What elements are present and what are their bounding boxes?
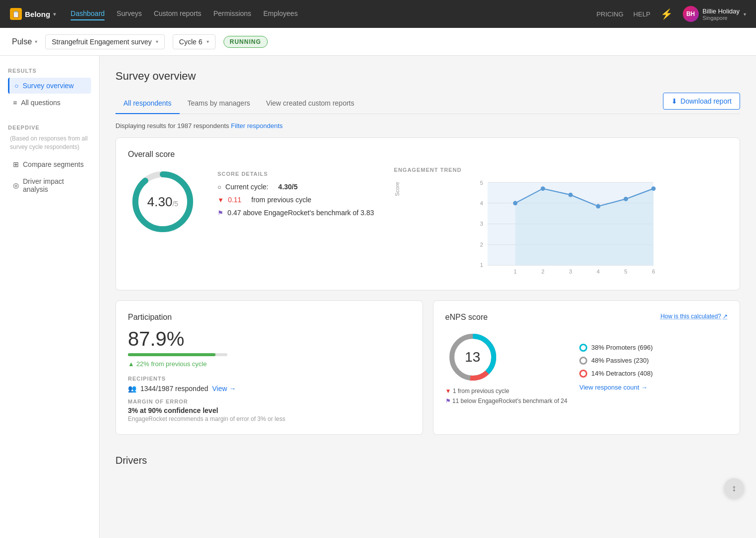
overall-score-card: Overall score 4.30/5 SCORE DETAILS (115, 137, 740, 290)
nav-dashboard[interactable]: Dashboard (71, 7, 105, 20)
change-suffix: from previous cycle (251, 196, 312, 204)
tab-custom-reports[interactable]: View created custom reports (258, 93, 362, 114)
trend-label: ENGAGEMENT TREND (394, 167, 728, 173)
sidebar-item-survey-overview[interactable]: ○ Survey overview (8, 78, 91, 94)
view-response-link[interactable]: View response count → (579, 384, 653, 391)
filter-line: Displaying results for 1987 respondents … (115, 122, 740, 130)
status-badge: RUNNING (223, 36, 268, 48)
svg-point-20 (513, 201, 517, 205)
deepdive-note: (Based on responses from all survey cycl… (8, 134, 91, 151)
scroll-button[interactable]: ↕ (724, 478, 744, 498)
passive-dot (579, 357, 587, 365)
y-axis: Score (394, 177, 400, 278)
sidebar-item-compare-segments[interactable]: ⊞ Compare segments (8, 156, 91, 172)
svg-text:2: 2 (480, 242, 483, 248)
enps-card: eNPS score How is this calculated? ↗ (433, 300, 741, 435)
main-navigation: Dashboard Surveys Custom reports Permiss… (71, 7, 582, 20)
nav-surveys[interactable]: Surveys (116, 7, 142, 20)
external-link-icon: ↗ (723, 313, 728, 320)
tab-teams-by-managers[interactable]: Teams by managers (180, 93, 258, 114)
margin-label: MARGIN OF ERROR (128, 399, 411, 404)
enps-legend: 38% Promoters (696) 48% Passives (230) 1… (579, 344, 653, 378)
enps-down-icon: ▼ (445, 388, 453, 395)
enps-change: ▼ 1 from previous cycle (445, 388, 567, 395)
svg-text:4: 4 (480, 200, 483, 206)
change-val: 0.11 (228, 196, 241, 204)
up-arrow-icon: ▲ (128, 360, 134, 368)
enps-calc-link[interactable]: How is this calculated? ↗ (660, 313, 728, 320)
sidebar: RESULTS ○ Survey overview ≡ All question… (0, 56, 100, 538)
app-logo[interactable]: 📋 Belong ▾ (10, 8, 56, 20)
survey-chevron: ▾ (156, 39, 158, 44)
score-denom: /5 (172, 200, 178, 208)
recipients-section: RECIPIENTS 👥 1344/1987 responded View → (128, 376, 411, 393)
score-donut: 4.30/5 (128, 167, 198, 237)
nav-custom-reports[interactable]: Custom reports (154, 7, 202, 20)
notification-icon[interactable]: ⚡ (660, 8, 673, 20)
download-report-button[interactable]: ⬇ Download report (663, 93, 740, 110)
participation-card: Participation 87.9% ▲ 22% from previous … (115, 300, 423, 435)
avatar: BH (683, 6, 699, 22)
cycle-selector[interactable]: Cycle 6 ▾ (173, 34, 216, 49)
current-cycle-detail: ○ Current cycle: 4.30/5 (217, 183, 374, 191)
margin-desc: EngageRocket recommends a margin of erro… (128, 415, 411, 422)
enps-donut: 13 (445, 330, 500, 385)
results-section-label: RESULTS (8, 68, 91, 74)
bottom-cards: Participation 87.9% ▲ 22% from previous … (115, 300, 740, 445)
drivers-title: Drivers (115, 455, 740, 466)
flag-icon: ⚑ (217, 209, 223, 217)
svg-text:1: 1 (514, 269, 517, 274)
benchmark-label: 0.47 above EngageRocket's benchmark of 3… (227, 209, 374, 217)
progress-bar (128, 353, 227, 356)
svg-text:1: 1 (480, 262, 483, 268)
promoter-dot (579, 344, 587, 352)
enps-score-center: 13 (465, 349, 480, 365)
top-navigation: 📋 Belong ▾ Dashboard Surveys Custom repo… (0, 0, 756, 28)
sidebar-item-all-questions[interactable]: ≡ All questions (8, 95, 91, 111)
user-details: Billie Holiday Singapore (703, 7, 740, 21)
pulse-label[interactable]: Pulse ▾ (12, 37, 37, 46)
sidebar-item-driver-impact[interactable]: ◎ Driver impact analysis (8, 173, 91, 197)
svg-point-21 (540, 186, 545, 191)
deepdive-section: DEEPDIVE (Based on responses from all su… (8, 125, 91, 197)
download-icon: ⬇ (671, 97, 677, 105)
passives-item: 48% Passives (230) (579, 357, 653, 365)
logo-chevron: ▾ (53, 11, 56, 17)
enps-title: eNPS score (445, 313, 488, 322)
cycle-chevron: ▾ (207, 39, 209, 44)
enps-legend-section: 38% Promoters (696) 48% Passives (230) 1… (579, 344, 653, 391)
pricing-link[interactable]: PRICING (596, 10, 623, 18)
nav-employees[interactable]: Employees (263, 7, 298, 20)
tab-all-respondents[interactable]: All respondents (115, 93, 180, 114)
svg-text:6: 6 (651, 269, 654, 274)
svg-text:3: 3 (480, 221, 483, 227)
participation-change: ▲ 22% from previous cycle (128, 360, 411, 368)
trend-svg: 5 4 3 2 1 1 2 3 4 5 6 (402, 177, 728, 276)
survey-selector[interactable]: Strangefruit Engagement survey ▾ (45, 34, 165, 49)
participation-percentage: 87.9% (128, 328, 411, 350)
margin-value: 3% at 90% confidence level (128, 406, 411, 414)
tabs: All respondents Teams by managers View c… (115, 93, 362, 114)
circle-icon: ○ (217, 183, 221, 191)
user-menu[interactable]: BH Billie Holiday Singapore ▾ (683, 6, 746, 22)
nav-permissions[interactable]: Permissions (214, 7, 251, 20)
view-recipients-link[interactable]: View → (212, 385, 236, 393)
detractors-item: 14% Detractors (408) (579, 370, 653, 378)
current-cycle-val: 4.30/5 (278, 183, 298, 191)
user-name: Billie Holiday (703, 7, 740, 15)
enps-benchmark: ⚑ 11 below EngageRocket's benchmark of 2… (445, 398, 567, 404)
score-details-label: SCORE DETAILS (217, 171, 374, 177)
svg-text:5: 5 (624, 269, 627, 274)
help-link[interactable]: HELP (634, 10, 650, 18)
chart-area: 5 4 3 2 1 1 2 3 4 5 6 (402, 177, 728, 278)
enps-donut-section: 13 ▼ 1 from previous cycle ⚑ 11 below En… (445, 330, 567, 404)
filter-respondents-link[interactable]: Filter respondents (231, 122, 283, 130)
user-chevron: ▾ (744, 11, 746, 17)
svg-point-22 (568, 193, 572, 197)
svg-text:2: 2 (541, 269, 544, 274)
top-nav-right: PRICING HELP ⚡ BH Billie Holiday Singapo… (596, 6, 746, 22)
recipients-label: RECIPIENTS (128, 376, 411, 382)
deepdive-label: DEEPDIVE (8, 125, 91, 131)
scroll-icon: ↕ (732, 483, 737, 494)
enps-flag-icon: ⚑ (445, 398, 452, 404)
